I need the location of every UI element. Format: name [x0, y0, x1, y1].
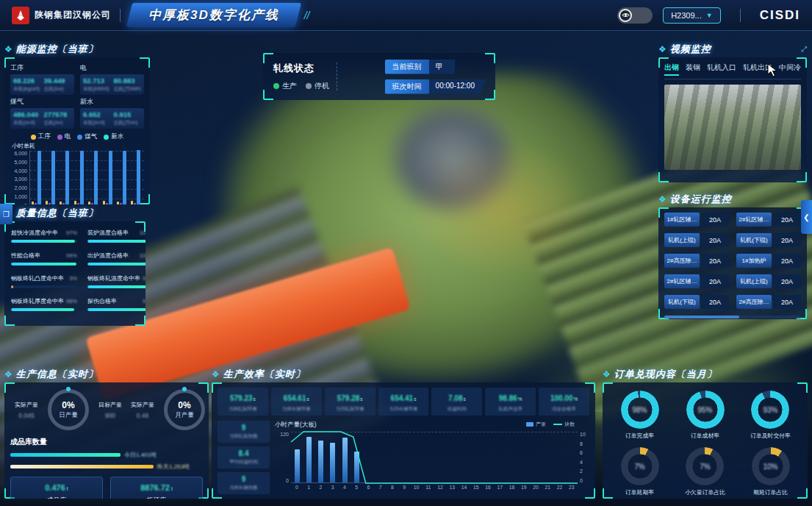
status-dot-icon: [306, 83, 312, 89]
equipment-item: 轧机(上辊)20A: [736, 274, 801, 288]
chart-legend-item[interactable]: 工序: [31, 132, 51, 141]
page-title: 中厚板3D数字化产线: [126, 3, 301, 27]
chart-bar: [131, 201, 133, 204]
chart-legend-item[interactable]: 产量: [526, 421, 546, 428]
diamond-icon: ❖: [4, 370, 12, 379]
stat-label: 平均待温时间: [219, 459, 268, 466]
scrollbar-thumb[interactable]: [664, 316, 739, 318]
equipment-item: 轧机(下辊)20A: [664, 295, 729, 309]
stat-unit: s: [306, 396, 309, 402]
efficiency-stat-card: 654.41s当日出钢节奏: [378, 388, 429, 416]
hourly-chart-xaxis: 01234567891011121314151617181920212223: [291, 483, 578, 490]
gauge-percent: 7%: [621, 447, 659, 485]
inventory-bar-row: 今日1,401吨: [10, 451, 203, 459]
stat-unit: s: [463, 396, 465, 402]
progress-fill: [11, 240, 75, 243]
chart-bar: [48, 203, 51, 204]
line-status-title: 轧线状态: [273, 62, 329, 75]
cisdi-logo: CISDI: [760, 8, 800, 23]
video-tab-中间冷[interactable]: 中间冷: [779, 63, 801, 76]
title-slash-decoration: //: [304, 10, 310, 21]
stat-value: 654.41: [391, 394, 414, 402]
energy-value-label: 总耗(万m³): [114, 119, 142, 126]
equipment-current-value: 20A: [701, 233, 729, 247]
status-label: 停机: [315, 81, 329, 91]
quality-label: 性能合格率: [11, 252, 40, 260]
chart-bar: [60, 202, 62, 204]
panel-collapse-handle[interactable]: ❮: [801, 200, 812, 234]
efficiency-panel-title: 生产效率〔实时〕: [223, 368, 306, 381]
progress-fill: [11, 308, 74, 311]
video-feed[interactable]: [664, 85, 801, 170]
quality-value: 3%: [69, 275, 77, 282]
video-tab-出钢[interactable]: 出钢: [664, 63, 679, 76]
hourly-chart-left-axis: 1200: [275, 432, 291, 483]
video-tab-装钢[interactable]: 装钢: [686, 63, 700, 76]
energy-value: 68.226: [13, 76, 41, 85]
equipment-current-value: 20A: [773, 295, 801, 309]
progress-fill: [87, 285, 145, 288]
inventory-bar: [10, 453, 121, 457]
visibility-toggle[interactable]: [617, 7, 653, 24]
line-status-panel: 轧线状态 生产停机 当前班别甲班次时间00:00-12:00: [263, 53, 495, 100]
axis-tick: 120: [280, 432, 289, 437]
axis-tick: 3: [327, 485, 339, 490]
orders-panel: ❖ 订单兑现内容〔当月〕 98%订单完成率95%订单成材率93%订单及时交付率7…: [603, 368, 808, 499]
production-panel: ❖ 生产信息〔实时〕 实际产量0.0450%日产量目标产量900实际产量0.48…: [4, 368, 209, 499]
equipment-item: 2#高压除…20A: [736, 295, 801, 309]
stat-label: 综合合格率: [539, 406, 589, 413]
output-gauge: 实际产量0.480%月产量目标产量5,000: [126, 389, 209, 430]
energy-value-label: 总耗(m³): [44, 119, 72, 126]
heat-number-select[interactable]: H2309... ▼: [663, 7, 721, 24]
energy-group: 电52.71380.883单耗(kWh/t)总耗(万kWh): [80, 63, 144, 95]
chart-bar: [32, 202, 34, 204]
quality-item: 装炉温度合格率100%: [87, 229, 145, 243]
diamond-icon: ❖: [212, 370, 220, 379]
stat-label: 当班轧制节奏: [218, 406, 267, 413]
efficiency-side-stat: 9当班出钢块数: [218, 472, 270, 494]
legend-label: 新水: [111, 132, 123, 141]
badge-value: 00:00-12:00: [429, 79, 486, 94]
gauge-label: 订单延期率: [621, 488, 659, 496]
chart-bar: [62, 203, 65, 204]
video-tab-轧机入口[interactable]: 轧机入口: [707, 63, 736, 76]
axis-tick: 15: [470, 485, 482, 490]
chart-legend-item[interactable]: 煤气: [77, 132, 97, 141]
chart-bar: [77, 203, 79, 204]
chart-legend-item[interactable]: 块数: [553, 421, 575, 428]
energy-value-label: 单耗(kWh/t): [83, 85, 111, 93]
inventory-bar-value: 今日1,401吨: [124, 451, 157, 459]
order-gauge: 98%订单完成率: [621, 391, 659, 440]
inventory-box-unit: t: [171, 486, 173, 491]
energy-group-name: 煤气: [10, 97, 74, 107]
stat-unit: s: [360, 396, 362, 402]
efficiency-stat-card: 7.08s待温时间: [431, 388, 482, 416]
quality-label: 装炉温度合格率: [87, 229, 129, 237]
equipment-label: 1#加热炉: [736, 254, 772, 268]
energy-value: 6.652: [83, 110, 111, 118]
chart-legend-item[interactable]: 新水: [104, 132, 123, 141]
inventory-box-value: 0.476: [45, 483, 65, 492]
side-dock-icon[interactable]: ❒: [0, 204, 12, 224]
energy-value-label: 单耗(m³/t): [83, 119, 111, 126]
equipment-current-value: 20A: [701, 295, 729, 309]
chart-bar: [51, 151, 55, 204]
energy-group-name: 工序: [10, 63, 74, 73]
legend-label: 工序: [38, 132, 51, 141]
axis-tick: 2,000: [14, 185, 27, 190]
equipment-current-value: 20A: [773, 254, 801, 268]
chart-legend-item[interactable]: 电: [57, 132, 71, 141]
expand-icon[interactable]: ⤢: [801, 45, 807, 54]
axis-tick: 4: [580, 460, 589, 465]
quality-item: 性能合格率99%: [11, 252, 77, 266]
quality-item: 超快冷温度命中率97%: [11, 229, 77, 243]
chart-bar: [37, 151, 41, 204]
progress-fill: [87, 263, 145, 266]
gauge-percent: 98%: [621, 391, 659, 429]
efficiency-stat-card: 98.86%轧机作业率: [485, 388, 536, 416]
chart-bar: [91, 203, 93, 204]
company-logo-icon: [12, 7, 29, 24]
axis-tick: 20: [530, 485, 542, 490]
chart-bar: [94, 151, 98, 204]
efficiency-stat-card: 579.28s当日轧制节奏: [325, 388, 376, 416]
